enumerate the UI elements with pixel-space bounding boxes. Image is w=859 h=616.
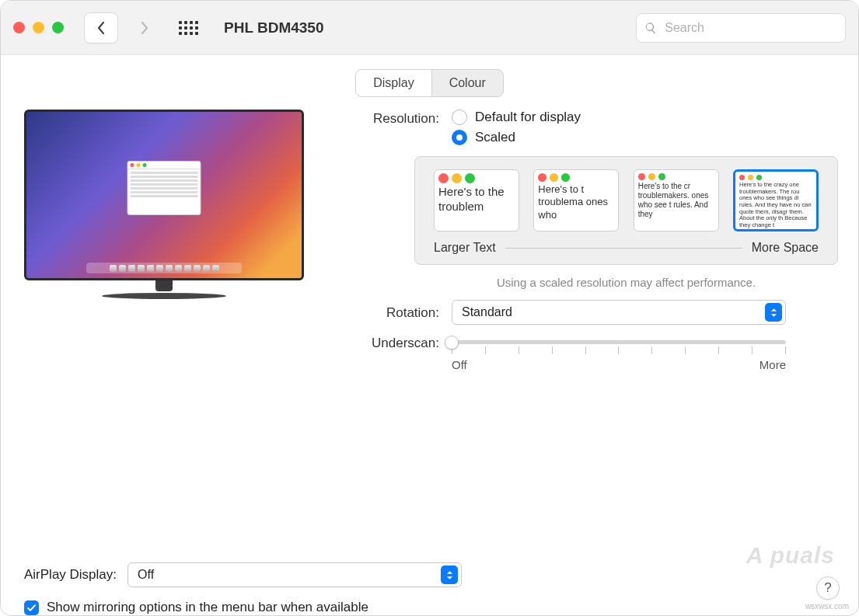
help-icon: ? xyxy=(824,580,831,596)
resolution-scaled-option[interactable]: Scaled xyxy=(452,130,581,145)
updown-chevron-icon xyxy=(765,303,782,322)
scale-option-3[interactable]: Here's to the cr troublemakers. ones who… xyxy=(634,169,719,231)
slider-labels: Off More xyxy=(452,358,786,371)
rotation-label: Rotation: xyxy=(323,304,439,321)
resolution-row: Resolution: Default for display Scaled xyxy=(323,110,838,145)
underscan-row: Underscan: Off More xyxy=(323,336,838,371)
resolution-scaled-label: Scaled xyxy=(475,130,515,145)
window-title: PHL BDM4350 xyxy=(224,19,323,37)
search-field[interactable] xyxy=(636,13,846,43)
show-all-button[interactable] xyxy=(171,12,205,44)
resolution-default-option[interactable]: Default for display xyxy=(452,110,581,125)
scale-option-2[interactable]: Here's to t troublema ones who xyxy=(533,169,619,231)
tab-display[interactable]: Display xyxy=(356,70,431,96)
scaled-resolution-box: Here's to the troublem Here's to t troub… xyxy=(414,156,838,265)
resolution-label: Resolution: xyxy=(323,110,439,127)
rotation-dropdown[interactable]: Standard xyxy=(452,300,786,325)
underscan-label: Underscan: xyxy=(323,336,439,351)
scale-text: Here's to the crazy one troublemakers. T… xyxy=(735,182,816,229)
chevron-left-icon xyxy=(96,21,106,35)
tab-colour[interactable]: Colour xyxy=(432,70,503,96)
content-area: Resolution: Default for display Scaled xyxy=(1,103,858,556)
airplay-dropdown[interactable]: Off xyxy=(127,562,462,587)
display-preview xyxy=(24,110,304,371)
dock-icon xyxy=(86,263,242,273)
tab-bar: Display Colour xyxy=(1,55,858,103)
radio-icon xyxy=(452,110,467,125)
scale-labels: Larger Text More Space xyxy=(434,241,819,255)
underscan-more-label: More xyxy=(759,358,786,371)
scale-larger-label: Larger Text xyxy=(434,241,496,255)
back-button[interactable] xyxy=(84,12,118,44)
mirroring-checkbox-row[interactable]: Show mirroring options in the menu bar w… xyxy=(24,600,835,615)
slider-ticks xyxy=(452,346,786,356)
minimize-window-button[interactable] xyxy=(33,22,44,33)
toolbar: PHL BDM4350 xyxy=(1,1,858,55)
checkbox-checked-icon xyxy=(24,600,39,615)
scale-text: Here's to the troublem xyxy=(435,185,519,218)
chevron-right-icon xyxy=(140,21,149,35)
monitor-icon xyxy=(24,110,304,280)
close-window-button[interactable] xyxy=(13,22,25,33)
underscan-slider[interactable]: Off More xyxy=(452,336,786,371)
updown-chevron-icon xyxy=(441,566,458,584)
performance-note: Using a scaled resolution may affect per… xyxy=(414,276,838,289)
forward-button[interactable] xyxy=(127,12,162,44)
radio-selected-icon xyxy=(452,130,467,145)
preferences-window: PHL BDM4350 Display Colour xyxy=(0,0,859,616)
mirroring-label: Show mirroring options in the menu bar w… xyxy=(47,600,368,615)
grid-icon xyxy=(179,21,198,35)
monitor-stand-icon xyxy=(98,280,230,302)
scale-spacer xyxy=(505,248,742,249)
airplay-value: Off xyxy=(138,568,154,582)
rotation-row: Rotation: Standard xyxy=(323,300,838,325)
airplay-row: AirPlay Display: Off xyxy=(24,562,835,587)
bottom-area: AirPlay Display: Off Show mirroring opti… xyxy=(1,556,858,615)
search-icon xyxy=(644,21,657,35)
scale-option-1[interactable]: Here's to the troublem xyxy=(434,169,519,231)
rotation-value: Standard xyxy=(462,305,512,319)
resolution-options: Default for display Scaled xyxy=(452,110,581,145)
slider-track xyxy=(452,340,786,344)
scale-text: Here's to the cr troublemakers. ones who… xyxy=(634,182,718,222)
airplay-label: AirPlay Display: xyxy=(24,567,117,583)
settings-form: Resolution: Default for display Scaled xyxy=(323,110,838,371)
scale-options: Here's to the troublem Here's to t troub… xyxy=(434,169,819,231)
segmented-control: Display Colour xyxy=(355,69,504,97)
scale-text: Here's to t troublema ones who xyxy=(534,183,618,224)
resolution-default-label: Default for display xyxy=(475,110,581,125)
scale-more-label: More Space xyxy=(752,241,819,255)
underscan-off-label: Off xyxy=(452,358,467,371)
preview-window-icon xyxy=(127,161,201,215)
window-controls xyxy=(13,22,64,33)
main-row: Resolution: Default for display Scaled xyxy=(24,110,835,371)
zoom-window-button[interactable] xyxy=(52,22,64,33)
scale-option-4-selected[interactable]: Here's to the crazy one troublemakers. T… xyxy=(733,169,819,231)
slider-knob[interactable] xyxy=(445,336,459,350)
help-button[interactable]: ? xyxy=(816,576,840,600)
search-input[interactable] xyxy=(663,20,837,36)
